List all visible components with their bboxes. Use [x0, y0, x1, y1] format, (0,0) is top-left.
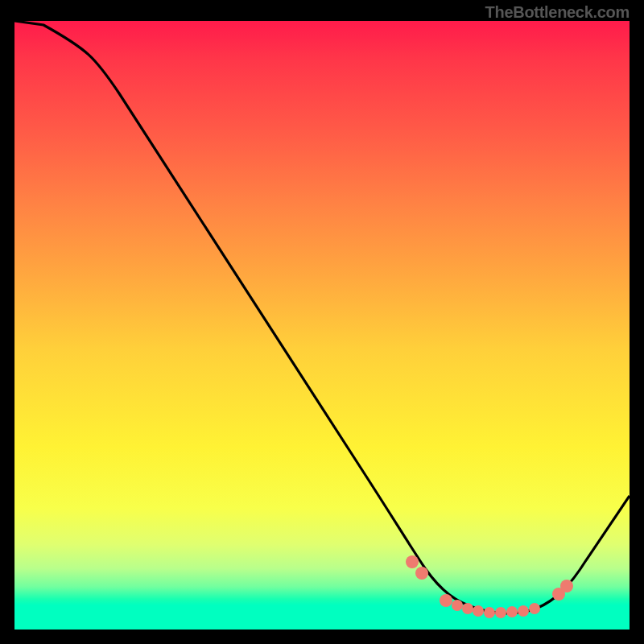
- marker-point: [406, 555, 419, 568]
- plot-area: [14, 21, 630, 630]
- marker-point: [529, 603, 540, 614]
- marker-point: [495, 607, 506, 618]
- marker-point: [484, 607, 495, 618]
- marker-point: [452, 600, 463, 611]
- marker-point: [560, 580, 573, 592]
- chart-svg: [14, 21, 630, 630]
- marker-point: [415, 567, 428, 580]
- marker-point: [473, 605, 484, 617]
- marker-point: [462, 603, 473, 614]
- bottleneck-curve-line: [14, 21, 630, 613]
- marker-point: [506, 606, 518, 617]
- chart-container: TheBottleneck.com: [0, 0, 644, 644]
- attribution-text: TheBottleneck.com: [485, 3, 630, 22]
- optimum-markers-group: [406, 555, 573, 618]
- plot-frame: [14, 21, 630, 630]
- marker-point: [518, 605, 529, 617]
- marker-point: [440, 594, 452, 607]
